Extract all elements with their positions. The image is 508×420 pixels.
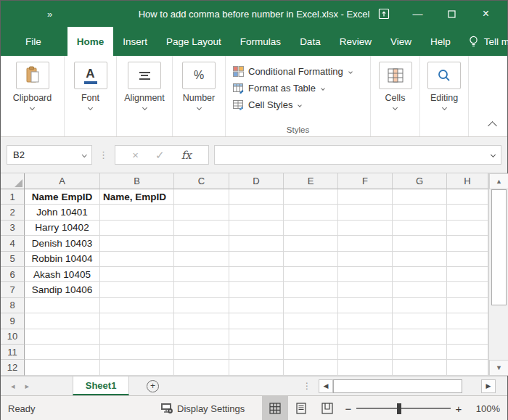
insert-function-button[interactable]: fx: [181, 149, 192, 162]
scroll-right-button[interactable]: ▶: [481, 379, 496, 393]
page-layout-view-button[interactable]: [288, 396, 314, 420]
ribbon-group-alignment[interactable]: Alignment: [117, 56, 173, 136]
cell-H11[interactable]: [447, 345, 488, 360]
minimize-button[interactable]: —: [401, 1, 435, 27]
cell-A3[interactable]: Harry 10402: [25, 221, 100, 236]
enter-button[interactable]: ✓: [155, 149, 165, 162]
cell-C5[interactable]: [174, 252, 229, 267]
scroll-left-button[interactable]: ◀: [319, 379, 333, 393]
cell-D9[interactable]: [229, 313, 284, 329]
cell-G1[interactable]: [393, 189, 447, 205]
expand-formula-bar-chevron-icon[interactable]: [491, 152, 496, 157]
cell-F4[interactable]: [338, 236, 393, 251]
column-header-G[interactable]: G: [393, 173, 447, 189]
number-dropdown-chevron-icon[interactable]: [196, 105, 201, 110]
cell-E6[interactable]: [284, 267, 338, 282]
zoom-percentage[interactable]: 100%: [467, 403, 500, 414]
row-header-10[interactable]: 10: [1, 329, 25, 345]
cell-E4[interactable]: [284, 236, 338, 251]
ribbon-group-font[interactable]: A Font: [65, 56, 117, 136]
vertical-scroll-track[interactable]: [489, 305, 508, 360]
name-box[interactable]: B2: [7, 145, 92, 165]
cell-E8[interactable]: [284, 298, 338, 313]
page-break-preview-button[interactable]: [314, 396, 340, 420]
cell-G2[interactable]: [393, 205, 447, 220]
ribbon-group-clipboard[interactable]: Clipboard: [1, 56, 65, 136]
cell-B11[interactable]: [100, 345, 174, 360]
conditional-formatting-button[interactable]: Conditional Formatting: [233, 63, 352, 80]
cell-F6[interactable]: [338, 267, 393, 282]
cell-B4[interactable]: [100, 236, 174, 251]
cell-H2[interactable]: [447, 205, 488, 220]
editing-button[interactable]: [427, 62, 461, 89]
cell-B2[interactable]: [100, 205, 174, 220]
cell-C1[interactable]: [174, 189, 229, 205]
vertical-scrollbar[interactable]: ▲ ▼: [488, 173, 508, 376]
row-header-9[interactable]: 9: [1, 313, 25, 329]
cell-C11[interactable]: [174, 345, 229, 360]
sheet-tab-sheet1[interactable]: Sheet1: [73, 376, 129, 395]
number-button[interactable]: %: [182, 62, 216, 89]
cell-E5[interactable]: [284, 252, 338, 267]
cell-D8[interactable]: [229, 298, 284, 313]
cell-G8[interactable]: [393, 298, 447, 313]
row-header-7[interactable]: 7: [1, 282, 25, 297]
font-dropdown-chevron-icon[interactable]: [88, 105, 93, 110]
cell-C8[interactable]: [174, 298, 229, 313]
ribbon-group-editing[interactable]: Editing: [420, 56, 469, 136]
cell-F2[interactable]: [338, 205, 393, 220]
cell-D3[interactable]: [229, 221, 284, 236]
cell-E2[interactable]: [284, 205, 338, 220]
scroll-down-button[interactable]: ▼: [489, 360, 508, 376]
horizontal-scroll-track[interactable]: [462, 379, 481, 393]
row-header-5[interactable]: 5: [1, 252, 25, 267]
cell-D4[interactable]: [229, 236, 284, 251]
cell-C12[interactable]: [174, 360, 229, 375]
cell-C3[interactable]: [174, 221, 229, 236]
cell-B1[interactable]: Name, EmpID: [100, 189, 174, 205]
zoom-slider-track[interactable]: [356, 408, 451, 409]
cell-H10[interactable]: [447, 329, 488, 345]
tell-me-button[interactable]: Tell me: [460, 27, 508, 56]
column-header-E[interactable]: E: [284, 173, 338, 189]
cell-D5[interactable]: [229, 252, 284, 267]
tab-review[interactable]: Review: [330, 27, 381, 56]
cell-D12[interactable]: [229, 360, 284, 375]
cell-D2[interactable]: [229, 205, 284, 220]
collapse-ribbon-chevron-icon[interactable]: [488, 121, 497, 131]
cell-G10[interactable]: [393, 329, 447, 345]
cell-C4[interactable]: [174, 236, 229, 251]
zoom-in-button[interactable]: +: [451, 403, 467, 415]
cell-A4[interactable]: Denish 10403: [25, 236, 100, 251]
cell-E1[interactable]: [284, 189, 338, 205]
sheet-bar-drag-dots[interactable]: ⋮: [303, 381, 311, 391]
tab-formulas[interactable]: Formulas: [231, 27, 290, 56]
cell-E7[interactable]: [284, 282, 338, 297]
row-header-1[interactable]: 1: [1, 189, 25, 205]
tab-help[interactable]: Help: [421, 27, 460, 56]
cell-A6[interactable]: Akash 10405: [25, 267, 100, 282]
cell-H5[interactable]: [447, 252, 488, 267]
ribbon-group-cells[interactable]: Cells: [371, 56, 420, 136]
cell-G7[interactable]: [393, 282, 447, 297]
font-button[interactable]: A: [74, 62, 107, 89]
zoom-out-button[interactable]: −: [340, 403, 356, 415]
cell-D1[interactable]: [229, 189, 284, 205]
cell-A10[interactable]: [25, 329, 100, 345]
cell-H1[interactable]: [447, 189, 488, 205]
cell-A7[interactable]: Sandip 10406: [25, 282, 100, 297]
vertical-scroll-thumb[interactable]: [491, 189, 507, 305]
row-header-3[interactable]: 3: [1, 221, 25, 236]
row-header-8[interactable]: 8: [1, 298, 25, 313]
cell-D10[interactable]: [229, 329, 284, 345]
alignment-button[interactable]: [128, 62, 161, 89]
cell-B12[interactable]: [100, 360, 174, 375]
next-sheet-button[interactable]: ▸: [25, 382, 30, 391]
column-header-C[interactable]: C: [174, 173, 229, 189]
cell-A11[interactable]: [25, 345, 100, 360]
cancel-button[interactable]: ×: [132, 149, 139, 161]
cell-D7[interactable]: [229, 282, 284, 297]
cell-B10[interactable]: [100, 329, 174, 345]
cell-B7[interactable]: [100, 282, 174, 297]
cell-F12[interactable]: [338, 360, 393, 375]
